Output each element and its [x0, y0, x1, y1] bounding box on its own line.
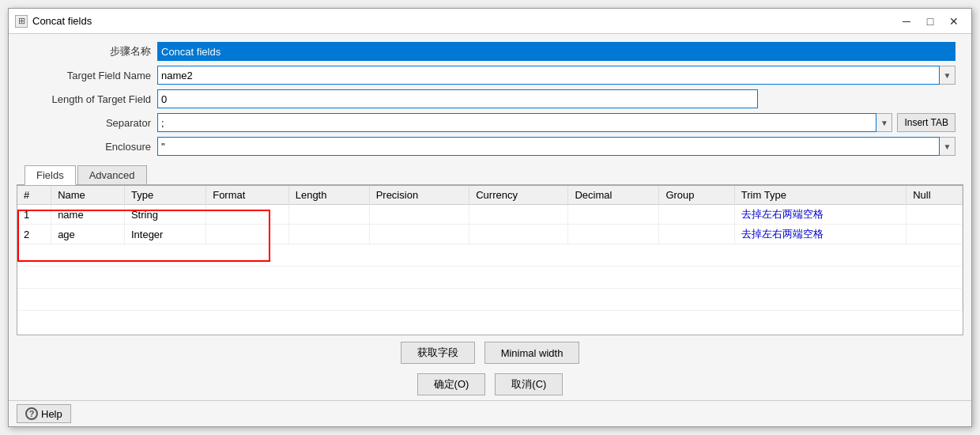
col-group: Group	[659, 186, 734, 205]
footer-bar: ? Help	[9, 400, 971, 426]
cell-null	[906, 225, 963, 244]
col-trim-type: Trim Type	[734, 186, 906, 205]
table-row[interactable]: 1 name String 去掉左右两端空格	[17, 205, 963, 225]
separator-arrow[interactable]: ▼	[876, 113, 892, 132]
cell-num: 1	[17, 205, 51, 225]
cell-trim-type: 去掉左右两端空格	[734, 205, 906, 225]
tabs-bar: Fields Advanced	[17, 165, 963, 185]
table-row[interactable]: 2 age Integer 去掉左右两端空格	[17, 225, 963, 244]
minimize-button[interactable]: ─	[895, 13, 918, 30]
maximize-button[interactable]: □	[919, 13, 941, 30]
cell-group	[659, 205, 734, 225]
main-window: ⊞ Concat fields ─ □ ✕ 步骤名称 Target Field …	[8, 8, 972, 427]
window-title: Concat fields	[32, 15, 895, 27]
target-field-label: Target Field Name	[24, 70, 151, 81]
tab-advanced[interactable]: Advanced	[77, 165, 147, 184]
cell-null	[906, 205, 963, 225]
cell-currency	[469, 205, 568, 225]
length-input[interactable]	[157, 89, 758, 108]
get-fields-button[interactable]: 获取字段	[401, 342, 475, 364]
title-bar: ⊞ Concat fields ─ □ ✕	[9, 9, 971, 34]
cell-format	[206, 205, 288, 225]
action-buttons: 获取字段 Minimal width	[9, 335, 971, 369]
window-icon: ⊞	[15, 15, 28, 28]
cell-decimal	[568, 205, 659, 225]
table-row-empty	[17, 244, 963, 267]
length-row: Length of Target Field	[24, 89, 956, 108]
cell-name: age	[51, 225, 125, 244]
col-num: #	[17, 186, 51, 205]
help-button[interactable]: ? Help	[17, 404, 71, 423]
cell-num: 2	[17, 225, 51, 244]
step-name-row: 步骤名称	[24, 42, 956, 61]
target-field-input[interactable]	[157, 66, 940, 85]
enclosure-row: Enclosure ▼	[24, 137, 956, 156]
table-header: # Name Type Format Length Precision Curr…	[17, 186, 963, 205]
insert-tab-button[interactable]: Insert TAB	[897, 113, 956, 132]
cell-precision	[369, 225, 469, 244]
target-field-row: Target Field Name ▼	[24, 66, 956, 85]
table-row-empty	[17, 289, 963, 311]
enclosure-arrow[interactable]: ▼	[940, 137, 956, 156]
col-currency: Currency	[469, 186, 568, 205]
separator-container: ▼	[157, 113, 892, 132]
enclosure-label: Enclosure	[24, 141, 151, 153]
col-null: Null	[906, 186, 963, 205]
confirm-buttons: 确定(O) 取消(C)	[9, 369, 971, 400]
enclosure-container: ▼	[157, 137, 956, 156]
separator-label: Separator	[24, 117, 151, 129]
table-row-empty	[17, 267, 963, 289]
cell-length	[288, 205, 369, 225]
help-icon: ?	[25, 407, 38, 420]
cell-precision	[369, 205, 469, 225]
col-precision: Precision	[369, 186, 469, 205]
window-controls: ─ □ ✕	[895, 13, 965, 30]
table-area: # Name Type Format Length Precision Curr…	[17, 185, 963, 335]
cell-decimal	[568, 225, 659, 244]
col-decimal: Decimal	[568, 186, 659, 205]
col-format: Format	[206, 186, 288, 205]
enclosure-input[interactable]	[157, 137, 940, 156]
step-name-label: 步骤名称	[24, 44, 151, 59]
cell-currency	[469, 225, 568, 244]
step-name-input[interactable]	[157, 42, 956, 61]
cell-format	[206, 225, 288, 244]
form-area: 步骤名称 Target Field Name ▼ Length of Targe…	[9, 34, 971, 165]
col-name: Name	[51, 186, 125, 205]
cell-group	[659, 225, 734, 244]
cell-trim-type: 去掉左右两端空格	[734, 225, 906, 244]
tab-fields[interactable]: Fields	[24, 165, 76, 185]
col-type: Type	[124, 186, 205, 205]
cancel-button[interactable]: 取消(C)	[495, 373, 563, 395]
close-button[interactable]: ✕	[943, 13, 965, 30]
table-body: 1 name String 去掉左右两端空格 2 age Integer	[17, 205, 963, 311]
fields-table: # Name Type Format Length Precision Curr…	[17, 186, 963, 311]
minimal-width-button[interactable]: Minimal width	[484, 342, 580, 364]
target-field-container: ▼	[157, 66, 956, 85]
col-length: Length	[288, 186, 369, 205]
cell-length	[288, 225, 369, 244]
cell-type: Integer	[124, 225, 205, 244]
confirm-button[interactable]: 确定(O)	[417, 373, 486, 395]
length-label: Length of Target Field	[24, 93, 151, 105]
cell-name: name	[51, 205, 125, 225]
target-field-arrow[interactable]: ▼	[940, 66, 956, 85]
separator-input[interactable]	[157, 113, 876, 132]
separator-row: Separator ▼ Insert TAB	[24, 113, 956, 132]
help-label: Help	[41, 408, 62, 420]
cell-type: String	[124, 205, 205, 225]
